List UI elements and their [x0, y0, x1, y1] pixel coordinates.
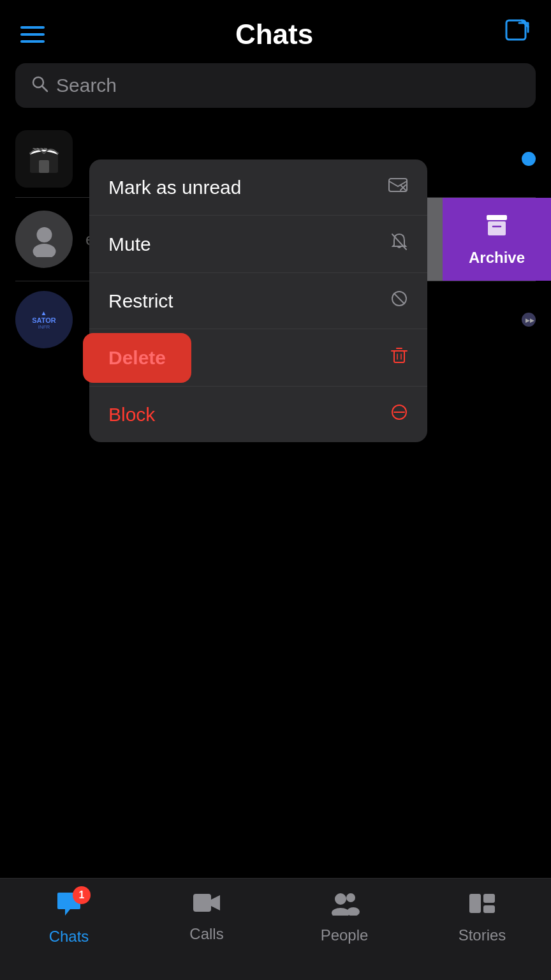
tab-calls[interactable]: Calls — [156, 891, 258, 943]
stories-tab-label: Stories — [459, 926, 506, 944]
archive-label: Archive — [469, 249, 525, 267]
context-menu-item-delete[interactable]: Delete Delete — [89, 329, 427, 387]
app-header: Chats — [0, 0, 551, 63]
trash-icon — [390, 346, 408, 369]
svg-point-31 — [346, 893, 355, 902]
search-bar[interactable]: Search — [15, 63, 536, 108]
calls-icon — [192, 891, 221, 920]
svg-rect-33 — [469, 894, 481, 913]
context-menu: Mark as unread Mute Restrict — [89, 160, 427, 442]
people-tab-label: People — [321, 926, 369, 944]
restrict-label: Restrict — [108, 290, 173, 312]
svg-rect-10 — [487, 215, 507, 220]
search-icon — [31, 75, 48, 96]
svg-line-4 — [42, 86, 47, 91]
block-label: Block — [108, 404, 155, 426]
svg-point-8 — [36, 227, 52, 242]
envelope-x-icon — [388, 176, 408, 198]
svg-text:▶▶: ▶▶ — [525, 317, 534, 323]
avatar — [15, 211, 73, 268]
delete-highlight-label: Delete — [108, 347, 166, 368]
svg-point-29 — [335, 893, 346, 905]
tab-bar: 1 Chats Calls People — [0, 878, 551, 980]
archive-icon — [484, 212, 510, 244]
chats-tab-label: Chats — [49, 928, 89, 946]
stories-icon — [468, 891, 496, 921]
search-container: Search — [0, 63, 551, 121]
unread-badge-dark: ▶▶ — [522, 313, 536, 327]
svg-rect-21 — [394, 351, 404, 362]
chats-icon: 1 — [55, 891, 83, 923]
context-menu-item-mute[interactable]: Mute — [89, 216, 427, 273]
mark-unread-label: Mark as unread — [108, 177, 241, 198]
tab-chats[interactable]: 1 Chats — [18, 891, 120, 946]
svg-line-20 — [394, 293, 404, 304]
tab-people[interactable]: People — [293, 891, 395, 944]
minus-circle-icon — [390, 403, 408, 426]
avatar: ~~~~ — [15, 130, 73, 188]
restrict-icon — [390, 290, 408, 312]
bell-slash-icon — [390, 232, 408, 256]
svg-point-30 — [332, 908, 349, 916]
avatar: ▲ SATOR INFR — [15, 291, 73, 348]
context-menu-item-mark-unread[interactable]: Mark as unread — [89, 160, 427, 216]
svg-rect-35 — [483, 905, 495, 913]
context-menu-item-block[interactable]: Block — [89, 387, 427, 442]
tab-stories[interactable]: Stories — [431, 891, 533, 944]
svg-rect-28 — [193, 894, 211, 912]
search-placeholder: Search — [56, 75, 117, 96]
svg-rect-11 — [488, 221, 506, 235]
svg-point-32 — [347, 907, 360, 916]
unread-badge — [522, 152, 536, 166]
svg-text:~~~~: ~~~~ — [33, 145, 48, 152]
svg-rect-6 — [39, 160, 49, 173]
delete-button-highlight[interactable]: Delete — [83, 333, 191, 383]
page-title: Chats — [235, 19, 313, 50]
context-menu-item-restrict[interactable]: Restrict — [89, 273, 427, 329]
archive-button[interactable]: Archive — [443, 198, 551, 281]
svg-point-9 — [33, 244, 55, 257]
compose-button[interactable] — [504, 18, 531, 50]
mute-label: Mute — [108, 234, 151, 255]
calls-tab-label: Calls — [189, 925, 223, 943]
menu-button[interactable] — [20, 26, 45, 43]
chats-badge: 1 — [73, 886, 91, 904]
people-icon — [329, 891, 360, 921]
svg-rect-34 — [483, 894, 495, 903]
